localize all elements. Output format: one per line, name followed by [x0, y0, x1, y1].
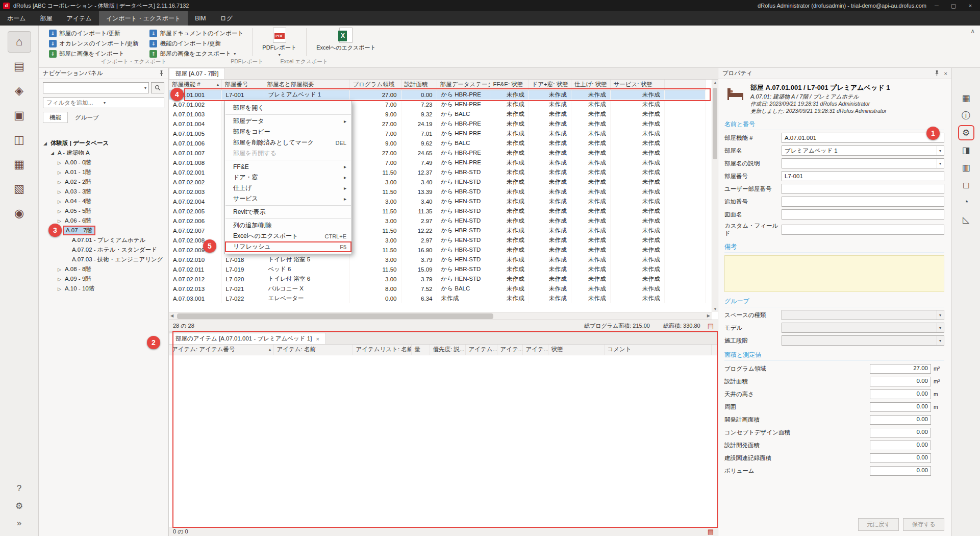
ribbon-tab-ホーム[interactable]: ホーム — [0, 11, 33, 26]
table-view-icon[interactable]: ▦ — [958, 90, 974, 106]
tree-node[interactable]: ▷A.09 - 9階 — [39, 274, 168, 284]
ribbon-tab-BIM[interactable]: BIM — [188, 11, 213, 26]
ribbon-collapse-icon[interactable]: ∧ — [970, 28, 975, 35]
tree-collapsed-icon[interactable]: ▷ — [56, 286, 63, 291]
tree-expanded-icon[interactable]: ◢ — [49, 151, 56, 156]
context-menu-item[interactable]: FF&E▸ — [225, 161, 351, 172]
items-icon[interactable]: ◈ — [8, 80, 31, 102]
admin-icon[interactable]: ◉ — [8, 203, 31, 224]
property-input[interactable]: ▾ — [782, 323, 944, 333]
expand-strip-icon[interactable]: » — [8, 516, 31, 531]
rooms-column-header[interactable]: サービス: 状態 — [610, 80, 664, 90]
property-input[interactable] — [782, 197, 944, 207]
search-button[interactable] — [151, 82, 164, 93]
ribbon-button[interactable]: ⇓部屋ドキュメントのインポート — [145, 28, 247, 38]
property-input[interactable]: 0.00 — [870, 377, 931, 386]
tree-collapsed-icon[interactable]: ▷ — [56, 160, 63, 165]
rooms-icon[interactable]: ▤ — [8, 56, 31, 77]
tree-node[interactable]: A.07.01 - プレミアムホテル — [39, 235, 168, 245]
items-column-header[interactable]: アイテム: 名前 — [273, 345, 353, 355]
property-input[interactable]: 0.00 — [870, 453, 931, 463]
tree-node[interactable]: ▷A.03 - 3階 — [39, 187, 168, 197]
history-icon[interactable]: ◔ — [958, 194, 974, 210]
context-menu-item[interactable]: 仕上げ▸ — [225, 183, 351, 193]
tree-node[interactable]: ▷A.08 - 8階 — [39, 264, 168, 274]
tree-node[interactable]: ▷A.10 - 10階 — [39, 284, 168, 294]
items-column-header[interactable]: コメント — [604, 345, 711, 355]
tree-node[interactable]: ▷A.05 - 5階 — [39, 206, 168, 216]
info-icon[interactable]: ⓘ — [958, 108, 974, 123]
tree-node[interactable]: ▷A.01 - 1階 — [39, 167, 168, 177]
pin-icon[interactable] — [934, 70, 940, 77]
items-column-header[interactable]: 優先度: 説... — [430, 345, 465, 355]
property-input[interactable]: 27.00 — [870, 364, 931, 374]
ribbon-tab-ログ[interactable]: ログ — [213, 11, 240, 26]
tree-node[interactable]: ▷A.00 - 0階 — [39, 158, 168, 167]
tree-node[interactable]: ▷A.02 - 2階 — [39, 177, 168, 187]
tree-collapsed-icon[interactable]: ▷ — [56, 277, 63, 282]
property-input[interactable]: ▾ — [782, 335, 944, 346]
items-column-header[interactable]: アイテ... — [497, 345, 522, 355]
rooms-horizontal-scrollbar[interactable]: ◀ ▶ — [169, 312, 712, 320]
context-menu-item[interactable]: 部屋を再開する — [225, 148, 351, 159]
tree-node[interactable]: ▷A.04 - 4階 — [39, 197, 168, 206]
rooms-column-header[interactable]: 部屋名と部屋概要 — [264, 80, 349, 90]
rooms-column-header[interactable]: 設計面積 — [401, 80, 437, 90]
property-input[interactable] — [782, 184, 944, 194]
context-menu-item[interactable]: リフレッシュF5 — [225, 241, 351, 252]
documents-icon[interactable]: ▦ — [8, 154, 31, 175]
rooms-vertical-scrollbar[interactable]: ▲ ▼ — [712, 80, 718, 312]
help-icon[interactable]: ? — [8, 481, 31, 496]
ribbon-button[interactable]: ⇓機能のインポート/更新 — [145, 38, 247, 48]
tree-collapsed-icon[interactable]: ▷ — [56, 180, 63, 185]
search-input[interactable]: ▾ — [43, 82, 149, 93]
close-tab-icon[interactable]: × — [316, 336, 319, 342]
ribbon-tab-アイテム[interactable]: アイテム — [60, 11, 99, 26]
document-icon[interactable]: ◻ — [958, 177, 974, 192]
notes-textarea[interactable] — [724, 255, 944, 292]
rooms-column-header[interactable]: ドア+窓: 状態 — [529, 80, 571, 90]
rooms-tab[interactable]: 部屋 [A.07 - 7階] — [169, 68, 225, 79]
items-column-header[interactable]: 状態 — [548, 345, 604, 355]
rooms-column-header[interactable]: 仕上げ: 状態 — [571, 80, 610, 90]
excel-export-button[interactable]: X Excelへのエクスポート — [311, 27, 381, 52]
property-input[interactable]: 0.00 — [870, 428, 931, 437]
context-menu-item[interactable]: 列の追加/削除 — [225, 220, 351, 231]
pdf-report-button[interactable]: PDF PDFレポート ▾ — [257, 27, 301, 58]
nav-tab-機能[interactable]: 機能 — [43, 112, 68, 123]
close-panel-icon[interactable]: × — [944, 70, 947, 77]
home-icon[interactable]: ⌂ — [8, 31, 31, 53]
tree-expanded-icon[interactable]: ◢ — [42, 141, 48, 146]
table-row[interactable]: A.07.03.001L7-022エレベーター0.006.34未作成未作成未作成… — [169, 294, 706, 303]
context-menu-item[interactable]: 部屋データ▸ — [225, 116, 351, 127]
tree-node[interactable]: ◢A - 建築物 A — [39, 148, 168, 158]
rooms-column-header[interactable]: FF&E: 状態 — [490, 80, 529, 90]
nav-tab-グループ[interactable]: グループ — [69, 112, 105, 123]
context-menu-item[interactable]: ExcelへのエクスポートCTRL+E — [225, 231, 351, 241]
property-input[interactable]: プレミアムベッド 1▾ — [782, 145, 944, 156]
context-menu-item[interactable]: 部屋をコピー — [225, 127, 351, 137]
save-button[interactable]: 保存する — [903, 518, 944, 531]
ribbon-button[interactable]: ⇑部屋の画像をエクスポート▾ — [145, 48, 247, 59]
tree-node[interactable]: A.07.03 - 技術・エンジニアリング — [39, 255, 168, 264]
tree-collapsed-icon[interactable]: ▷ — [56, 267, 63, 272]
tree-collapsed-icon[interactable]: ▷ — [56, 199, 63, 204]
table-row[interactable]: A.07.02.010L7-018トイレ付 浴室 53.003.79から HEN… — [169, 255, 706, 264]
maximize-icon[interactable]: ▢ — [947, 3, 960, 9]
scrollbar-thumb[interactable] — [177, 313, 493, 319]
items-column-header[interactable]: アイテム... — [465, 345, 497, 355]
rooms-column-header[interactable]: 部屋番号 — [221, 80, 264, 90]
gear-icon[interactable]: ⚙ — [958, 125, 974, 140]
reports-icon[interactable]: ▧ — [8, 178, 31, 200]
ribbon-button[interactable]: ⇓部屋に画像をインポート — [45, 48, 142, 59]
rooms-column-header[interactable]: 部屋データステータス — [437, 80, 490, 90]
table-row[interactable]: A.07.01.001L7-001プレミアムベッド 127.000.00から H… — [169, 90, 706, 100]
tree-node[interactable]: A.07.02 - ホテル・スタンダード — [39, 245, 168, 255]
ribbon-button[interactable]: ⇓オカレンスのインポート/更新 — [45, 38, 142, 48]
property-input[interactable]: 0.00 — [870, 415, 931, 425]
tree-node[interactable]: ◢体験版 | データベース — [39, 138, 168, 148]
property-input[interactable]: ▾ — [782, 310, 944, 320]
minimize-icon[interactable]: ─ — [930, 3, 943, 9]
rooms-column-header[interactable]: プログラム領域 — [349, 80, 401, 90]
property-input[interactable]: L7-001 — [782, 171, 944, 181]
